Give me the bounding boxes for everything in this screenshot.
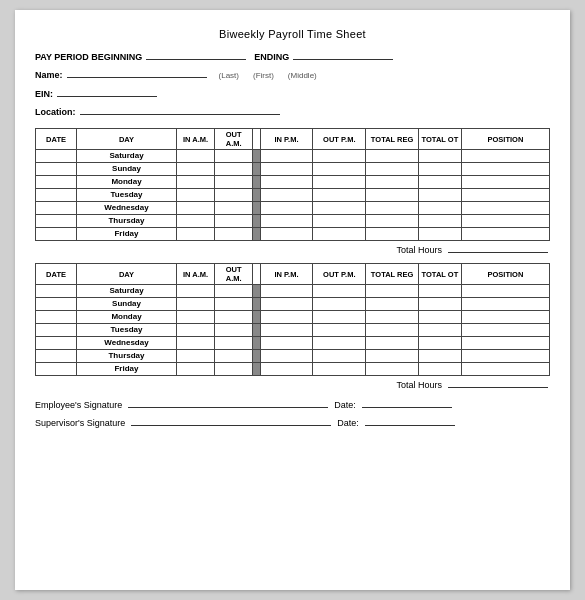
employee-date-field[interactable] [362, 407, 452, 408]
header-position-1: POSITION [461, 129, 549, 150]
table-row: Sunday [36, 298, 550, 311]
separator-1 [253, 129, 260, 150]
timesheet-table-1: DATE DAY IN A.M. OUT A.M. IN P.M. OUT P.… [35, 128, 550, 241]
table-row: Thursday [36, 350, 550, 363]
pay-period-beginning-field[interactable] [146, 59, 246, 60]
ein-row: EIN: [35, 87, 550, 102]
header-date-1: DATE [36, 129, 77, 150]
header-out-pm-2: OUT P.M. [313, 264, 366, 285]
timesheet-table-2: DATE DAY IN A.M. OUT A.M. IN P.M. OUT P.… [35, 263, 550, 376]
header-day-1: DAY [77, 129, 177, 150]
employee-sig-row: Employee's Signature Date: [35, 400, 550, 410]
ein-label: EIN: [35, 87, 53, 102]
header-out-am-2: OUT A.M. [215, 264, 253, 285]
location-field[interactable] [80, 114, 280, 115]
table-row: Wednesday [36, 202, 550, 215]
total-hours-field-1[interactable] [448, 252, 548, 253]
page-title: Biweekly Payroll Time Sheet [35, 28, 550, 40]
header-date-2: DATE [36, 264, 77, 285]
table-row: Friday [36, 228, 550, 241]
last-label: (Last) [219, 69, 239, 83]
total-hours-label-2: Total Hours [396, 380, 442, 390]
location-row: Location: [35, 105, 550, 120]
table-row: Sunday [36, 163, 550, 176]
separator-2 [253, 264, 260, 285]
header-in-pm-1: IN P.M. [260, 129, 313, 150]
first-label: (First) [253, 69, 274, 83]
employee-sig-field[interactable] [128, 407, 328, 408]
pay-period-label: PAY PERIOD BEGINNING [35, 50, 142, 65]
supervisor-sig-label: Supervisor's Signature [35, 418, 125, 428]
header-position-2: POSITION [461, 264, 549, 285]
pay-period-ending-field[interactable] [293, 59, 393, 60]
supervisor-date-field[interactable] [365, 425, 455, 426]
table-row: Thursday [36, 215, 550, 228]
header-out-pm-1: OUT P.M. [313, 129, 366, 150]
supervisor-date-label: Date: [337, 418, 359, 428]
employee-date-label: Date: [334, 400, 356, 410]
employee-sig-label: Employee's Signature [35, 400, 122, 410]
supervisor-sig-field[interactable] [131, 425, 331, 426]
page: Biweekly Payroll Time Sheet PAY PERIOD B… [15, 10, 570, 590]
header-total-reg-1: TOTAL REG [366, 129, 419, 150]
name-field[interactable] [67, 77, 207, 78]
header-in-pm-2: IN P.M. [260, 264, 313, 285]
signature-section: Employee's Signature Date: Supervisor's … [35, 400, 550, 428]
total-hours-label-1: Total Hours [396, 245, 442, 255]
header-in-am-1: IN A.M. [176, 129, 214, 150]
header-total-ot-1: TOTAL OT [419, 129, 462, 150]
table-row: Tuesday [36, 189, 550, 202]
name-label: Name: [35, 68, 63, 83]
table-row: Saturday [36, 150, 550, 163]
location-label: Location: [35, 105, 76, 120]
name-row: Name: (Last) (First) (Middle) [35, 68, 550, 83]
header-out-am-1: OUT A.M. [215, 129, 253, 150]
total-hours-row-1: Total Hours [35, 245, 550, 255]
header-section: PAY PERIOD BEGINNING ENDING Name: (Last)… [35, 50, 550, 120]
table-row: Monday [36, 176, 550, 189]
ein-field[interactable] [57, 96, 157, 97]
middle-label: (Middle) [288, 69, 317, 83]
ending-label: ENDING [254, 50, 289, 65]
total-hours-field-2[interactable] [448, 387, 548, 388]
header-total-reg-2: TOTAL REG [366, 264, 419, 285]
header-total-ot-2: TOTAL OT [419, 264, 462, 285]
pay-period-row: PAY PERIOD BEGINNING ENDING [35, 50, 550, 65]
table-row: Tuesday [36, 324, 550, 337]
table-row: Monday [36, 311, 550, 324]
table-row: Saturday [36, 285, 550, 298]
table-row: Wednesday [36, 337, 550, 350]
table-row: Friday [36, 363, 550, 376]
name-parts: (Last) (First) (Middle) [219, 69, 317, 83]
total-hours-row-2: Total Hours [35, 380, 550, 390]
header-day-2: DAY [77, 264, 177, 285]
supervisor-sig-row: Supervisor's Signature Date: [35, 418, 550, 428]
header-in-am-2: IN A.M. [176, 264, 214, 285]
